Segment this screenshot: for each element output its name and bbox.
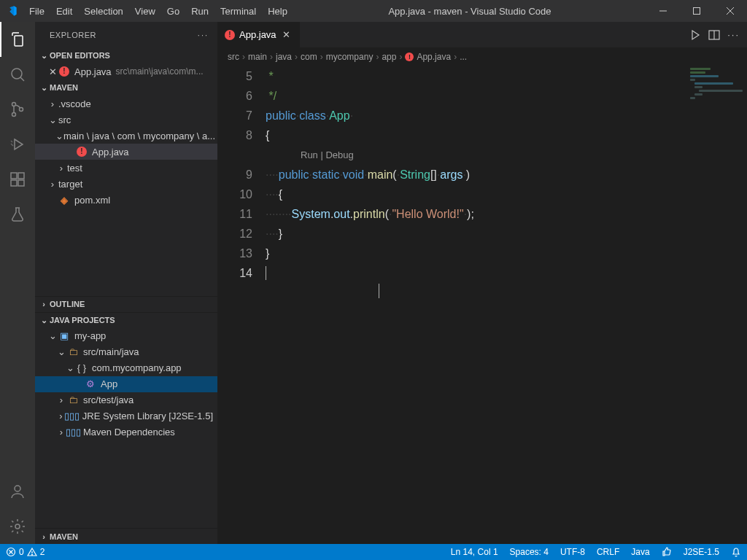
breadcrumb-item[interactable]: com [301,52,317,62]
editor-area: ! App.java ✕ ··· src› main› java› com› m… [217,22,747,544]
menu-selection[interactable]: Selection [78,3,128,20]
menu-view[interactable]: View [129,3,161,20]
more-icon[interactable]: ··· [727,29,740,40]
window-maximize-button[interactable] [680,0,713,22]
activity-settings-icon[interactable] [0,509,35,544]
activity-scm-icon[interactable] [0,92,35,127]
maven-label: Maven [50,532,78,541]
breadcrumb-item[interactable]: java [276,52,292,62]
status-problems[interactable]: 0 2 [0,544,50,560]
package-icon: { } [76,362,88,373]
outline-label: Outline [50,300,85,308]
tab-label: App.java [239,29,276,40]
src-test-label: src/test/java [83,394,133,405]
status-bell-icon[interactable] [725,544,747,560]
folder-label: target [58,179,82,190]
java-src-test[interactable]: ›🗀src/test/java [35,392,217,408]
open-editor-item[interactable]: ✕ ! App.java src\main\java\com\m... [35,63,217,79]
activity-debug-icon[interactable] [0,127,35,162]
run-icon[interactable] [689,29,701,41]
tab-close-icon[interactable]: ✕ [281,29,293,41]
menu-edit[interactable]: Edit [50,3,78,20]
breadcrumb-item[interactable]: ... [460,52,467,62]
code-lines[interactable]: * */ public·class·App· { Run | Debug ···… [266,66,747,544]
error-icon: ! [225,30,235,40]
folder-label: main \ java \ com \ mycompany \ a... [63,131,215,141]
section-outline[interactable]: › Outline [35,296,217,312]
code-lens[interactable]: Run | Debug [266,145,747,165]
mouse-text-cursor [379,284,379,298]
split-editor-icon[interactable] [708,29,720,41]
menu-help[interactable]: Help [262,3,293,20]
section-workspace[interactable]: ⌄ maven [35,79,217,96]
activity-explorer-icon[interactable] [0,22,35,57]
library-icon: ▯▯▯ [66,411,78,421]
section-open-editors[interactable]: ⌄ Open Editors [35,47,217,63]
java-class-app[interactable]: ⚙App [35,376,217,392]
activity-search-icon[interactable] [0,57,35,92]
folder-label: src [58,114,71,125]
status-eol[interactable]: CRLF [591,544,625,560]
code-editor[interactable]: 5 6 7 8 9 10 11 12 13 14 * */ public·cla… [217,66,747,544]
tree-folder-target[interactable]: ›target [35,176,217,192]
close-icon[interactable]: ✕ [47,66,58,77]
svg-rect-6 [11,173,17,179]
tree-folder-vscode[interactable]: ›.vscode [35,96,217,112]
chevron-down-icon: ⌄ [64,362,76,373]
breadcrumbs[interactable]: src› main› java› com› mycompany› app› ! … [217,47,747,66]
window-title: App.java - maven - Visual Studio Code [293,6,646,17]
chevron-right-icon: › [38,532,50,541]
section-maven[interactable]: › Maven [35,528,217,544]
svg-rect-1 [694,8,700,15]
open-editor-name: App.java [74,66,112,77]
java-src-main[interactable]: ⌄🗀src/main/java [35,344,217,360]
sidebar-more-icon[interactable]: ··· [198,31,209,39]
java-jre-lib[interactable]: ›▯▯▯JRE System Library [J2SE-1.5] [35,408,217,424]
jre-label: JRE System Library [J2SE-1.5] [82,411,213,421]
title-bar: File Edit Selection View Go Run Terminal… [0,0,747,22]
java-package[interactable]: ⌄{ }com.mycompany.app [35,360,217,376]
folder-label: .vscode [58,98,91,109]
tree-folder-test[interactable]: ›test [35,160,217,176]
menu-file[interactable]: File [23,3,50,20]
java-maven-deps[interactable]: ›▯▯▯Maven Dependencies [35,424,217,440]
status-jdk[interactable]: J2SE-1.5 [678,544,725,560]
chevron-right-icon: › [47,98,58,109]
tab-app-java[interactable]: ! App.java ✕ [217,22,301,47]
section-java-projects[interactable]: ⌄ Java Projects [35,312,217,328]
breadcrumb-item[interactable]: app [382,52,396,62]
activity-account-icon[interactable] [0,474,35,509]
breadcrumb-item[interactable]: main [248,52,267,62]
breadcrumb-item[interactable]: mycompany [326,52,374,62]
window-minimize-button[interactable] [646,0,680,22]
status-encoding[interactable]: UTF-8 [554,544,591,560]
minimap[interactable] [687,66,738,125]
window-close-button[interactable] [713,0,747,22]
status-thumbsup-icon[interactable] [656,544,678,560]
activity-test-icon[interactable] [0,197,35,232]
menu-run[interactable]: Run [185,3,214,20]
open-editor-path: src\main\java\com\m... [116,66,204,77]
java-project-root[interactable]: ⌄▣my-app [35,328,217,344]
menu-go[interactable]: Go [161,3,185,20]
tree-folder-srcpath[interactable]: ⌄main \ java \ com \ mycompany \ a... [35,128,217,144]
svg-point-11 [15,524,20,529]
activity-extensions-icon[interactable] [0,162,35,197]
tree-file-pom[interactable]: ◈pom.xml [35,192,217,208]
status-warnings-count: 2 [40,547,45,557]
svg-point-3 [12,103,16,106]
menu-terminal[interactable]: Terminal [214,3,262,20]
editor-actions: ··· [682,22,747,47]
file-label: App.java [92,147,129,158]
breadcrumb-item[interactable]: src [228,52,239,62]
tree-folder-src[interactable]: ⌄src [35,112,217,128]
breadcrumb-item[interactable]: App.java [417,52,451,62]
tree-file-app[interactable]: !App.java [35,144,217,160]
status-indent[interactable]: Spaces: 4 [504,544,554,560]
status-language[interactable]: Java [625,544,655,560]
src-main-label: src/main/java [83,346,139,357]
project-label: my-app [74,330,106,341]
status-cursor-pos[interactable]: Ln 14, Col 1 [445,544,504,560]
class-label: App [101,378,117,389]
vscode-logo-icon [6,5,18,17]
